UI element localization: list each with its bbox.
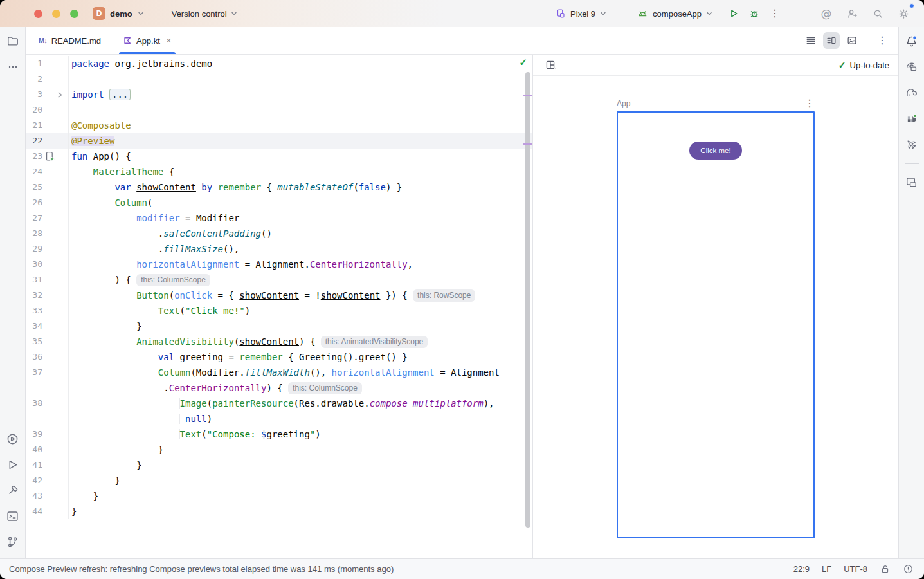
- code-line[interactable]: .CenterHorizontally) { this: ColumnScope: [26, 380, 532, 396]
- terminal-tool-window-button[interactable]: [4, 507, 22, 525]
- line-number: 26: [26, 195, 42, 210]
- device-manager-button[interactable]: [903, 109, 921, 127]
- toolbar-separator: [867, 34, 867, 47]
- project-widget[interactable]: D demo: [93, 7, 145, 20]
- tab-app-kt[interactable]: App.kt ✕: [115, 27, 179, 54]
- run-configuration-selector[interactable]: composeApp: [637, 8, 713, 20]
- code-line[interactable]: 39 Text("Compose: $greeting"): [26, 427, 532, 442]
- line-number: 43: [26, 488, 42, 504]
- fold-chevron-icon[interactable]: [57, 91, 64, 98]
- code-text: AnimatedVisibility(showContent) { this: …: [68, 334, 532, 349]
- line-number: 39: [26, 427, 42, 442]
- gutter: [42, 179, 68, 195]
- version-control-tool-window-button[interactable]: [4, 533, 22, 551]
- code-line[interactable]: 41 }: [26, 457, 532, 473]
- minimize-window-button[interactable]: [52, 10, 60, 18]
- code-line[interactable]: 21@Composable: [26, 118, 532, 133]
- gutter: [42, 71, 68, 87]
- ai-assistant-button[interactable]: @: [817, 5, 835, 23]
- code-line[interactable]: 37 Column(Modifier.fillMaxWidth(), horiz…: [26, 365, 532, 380]
- code-line[interactable]: 28 .safeContentPadding(): [26, 226, 532, 241]
- vcs-widget[interactable]: Version control: [172, 9, 238, 19]
- code-line[interactable]: 25 var showContent by remember { mutable…: [26, 179, 532, 195]
- code-line[interactable]: 38 Image(painterResource(Res.drawable.co…: [26, 396, 532, 411]
- click-me-button[interactable]: Click me!: [689, 142, 741, 160]
- line-separator-widget[interactable]: LF: [822, 564, 831, 574]
- run-preview-gutter-icon[interactable]: [45, 151, 55, 161]
- code-line[interactable]: 2: [26, 71, 532, 87]
- code-editor[interactable]: 1package org.jetbrains.demo23import ...2…: [26, 55, 532, 558]
- code-line[interactable]: 20: [26, 102, 532, 118]
- code-line[interactable]: 35 AnimatedVisibility(showContent) { thi…: [26, 334, 532, 349]
- code-line[interactable]: 29 .fillMaxSize(),: [26, 241, 532, 257]
- search-everywhere-button[interactable]: [869, 5, 887, 23]
- gutter: [42, 442, 68, 457]
- code-line[interactable]: 23fun App() {: [26, 149, 532, 164]
- code-line[interactable]: 3import ...: [26, 87, 532, 102]
- error-indicator-icon[interactable]: [903, 564, 914, 574]
- list-lines-icon: [805, 35, 817, 46]
- close-window-button[interactable]: [34, 10, 42, 18]
- code-line[interactable]: 36 val greeting = remember { Greeting().…: [26, 349, 532, 365]
- run-config-name: composeApp: [653, 9, 702, 19]
- inspections-ok-icon[interactable]: ✓: [519, 57, 527, 68]
- gutter: [42, 210, 68, 226]
- code-line[interactable]: 32 Button(onClick = { showContent = !sho…: [26, 288, 532, 303]
- code-line[interactable]: 44}: [26, 504, 532, 519]
- code-line[interactable]: 26 Column(: [26, 195, 532, 210]
- code-line[interactable]: 34 }: [26, 318, 532, 334]
- scrollbar-marker: [523, 143, 532, 145]
- code-line[interactable]: 22@Preview: [26, 133, 532, 149]
- code-with-me-button[interactable]: [843, 5, 861, 23]
- debug-button[interactable]: [745, 5, 763, 23]
- run-tool-window-button[interactable]: [4, 455, 22, 473]
- preview-layout-button[interactable]: [542, 57, 559, 73]
- unlocked-icon[interactable]: [880, 564, 891, 574]
- tab-readme[interactable]: M↓ README.md: [31, 27, 109, 54]
- more-tool-windows-button[interactable]: [4, 58, 22, 76]
- project-tool-window-button[interactable]: [4, 32, 22, 50]
- preview-more-options-icon[interactable]: ⋮: [804, 98, 815, 109]
- structure-view-button[interactable]: [802, 32, 819, 49]
- gradle-button[interactable]: [903, 84, 921, 102]
- layout-inspector-button[interactable]: [903, 173, 921, 191]
- editor-more-options-button[interactable]: ⋮: [874, 32, 891, 49]
- notifications-button[interactable]: [903, 32, 921, 50]
- inlay-hint[interactable]: this: RowScope: [413, 290, 475, 302]
- inlay-hint[interactable]: this: ColumnScope: [288, 382, 362, 394]
- code-line[interactable]: 30 horizontalAlignment = Alignment.Cente…: [26, 257, 532, 272]
- code-line[interactable]: 43 }: [26, 488, 532, 504]
- fullscreen-window-button[interactable]: [70, 10, 78, 18]
- code-line[interactable]: 33 Text("Click me!"): [26, 303, 532, 318]
- caret-position-widget[interactable]: 22:9: [793, 564, 810, 574]
- gutter: [42, 303, 68, 318]
- preview-image-button[interactable]: [844, 32, 860, 49]
- inlay-hint[interactable]: this: AnimatedVisibilityScope: [321, 336, 428, 348]
- code-line[interactable]: 1package org.jetbrains.demo: [26, 56, 532, 71]
- device-selector[interactable]: Pixel 9: [555, 8, 607, 19]
- code-line[interactable]: 42 }: [26, 473, 532, 488]
- inlay-hint[interactable]: this: ColumnScope: [136, 274, 210, 286]
- close-tab-icon[interactable]: ✕: [166, 37, 172, 45]
- gutter: [42, 365, 68, 380]
- hot-reload-button[interactable]: [903, 135, 921, 153]
- split-preview-button[interactable]: [823, 32, 840, 49]
- code-line[interactable]: 27 modifier = Modifier: [26, 210, 532, 226]
- line-number: 25: [26, 179, 42, 195]
- services-tool-window-button[interactable]: [4, 430, 22, 448]
- code-line[interactable]: 24 MaterialTheme {: [26, 164, 532, 179]
- more-actions-button[interactable]: ⋮: [766, 5, 784, 23]
- editor-scrollbar[interactable]: [525, 72, 530, 528]
- code-line[interactable]: 31 ) { this: ColumnScope: [26, 272, 532, 288]
- build-tool-window-button[interactable]: [4, 481, 22, 499]
- gutter: [42, 504, 68, 519]
- code-line[interactable]: null): [26, 411, 532, 427]
- running-devices-button[interactable]: [903, 58, 921, 76]
- run-button[interactable]: [725, 5, 743, 23]
- code-line[interactable]: 40 }: [26, 442, 532, 457]
- up-to-date-label: Up-to-date: [850, 60, 889, 70]
- device-mirror-icon: [555, 8, 566, 19]
- chevron-down-icon: [705, 10, 713, 17]
- settings-button[interactable]: [894, 5, 912, 23]
- encoding-widget[interactable]: UTF-8: [844, 564, 867, 574]
